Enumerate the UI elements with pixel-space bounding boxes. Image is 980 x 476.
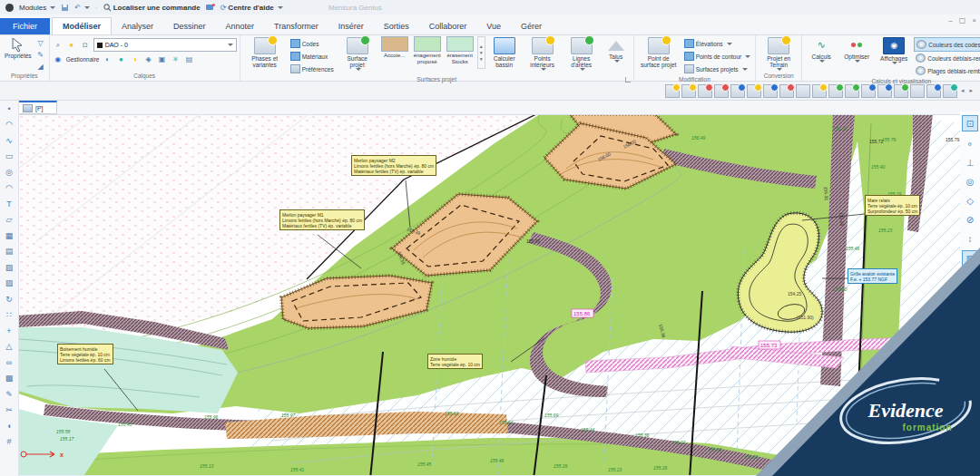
zoom-layer-icon[interactable]: ⌕ [53,40,64,51]
calculer-bassin-button[interactable]: Calculer bassin [487,36,522,69]
quick-surface-display[interactable] [665,84,680,98]
quick-compute[interactable] [828,84,843,98]
layer-match-icon[interactable]: ▣ [156,53,167,64]
fillet-tool-icon[interactable]: ◖ [2,418,16,434]
leader-tool-icon[interactable]: ▱ [2,212,16,228]
tab-fichier[interactable]: Fichier [0,18,50,34]
text-tool-icon[interactable]: T [2,196,16,212]
region-tool-icon[interactable]: ▧ [2,276,16,292]
quick-window-a[interactable] [910,84,925,98]
quick-link-points[interactable] [796,84,810,98]
move-tool-icon[interactable]: + [2,323,16,339]
snap-nearest-icon[interactable]: ⊘ [963,212,977,227]
undo-button[interactable]: ↶ [74,4,90,12]
gallery-more-icon[interactable]: ▼ [479,56,484,62]
lignes-aretes-button[interactable]: Lignes d'arêtes [564,36,600,72]
quick-next-icon[interactable]: ▸ [967,87,975,94]
quick-list[interactable] [894,84,908,98]
arc-tool-icon[interactable]: ◠ [2,117,16,133]
gallery-item-amenagement-propose[interactable]: énagement proposé [412,36,443,64]
close-button[interactable]: × [972,16,976,24]
elevations-button[interactable]: Élévations [682,37,753,50]
gallery-up-icon[interactable]: ▲ [479,44,484,49]
tab-transformer[interactable]: Transformer [264,18,328,34]
layers-tool-icon[interactable]: ▩ [2,371,16,387]
layer-on-icon[interactable]: ● [115,53,126,64]
notifications-icon[interactable] [206,4,215,12]
materiaux-button[interactable]: Matériaux [289,50,336,63]
snap-midpoint-icon[interactable]: ⊥ [963,155,977,170]
point-tool-icon[interactable]: • [2,101,16,117]
points-interieurs-button[interactable]: Points intérieurs [524,36,562,72]
quick-zoom-point[interactable] [861,84,876,98]
quick-search-point[interactable] [877,84,892,98]
tab-modeliser[interactable]: Modéliser [52,17,112,34]
rotate-tool-icon[interactable]: ↻ [2,291,16,307]
layer-freeze-icon[interactable]: ◐ [102,53,113,64]
quick-profile-view[interactable] [779,84,794,98]
quick-update[interactable] [845,84,859,98]
mirror-tool-icon[interactable]: △ [2,339,16,355]
tab-inserer[interactable]: Insérer [328,18,374,34]
gallery-item-accotement[interactable]: Accote... [379,36,410,59]
edit-tool-icon[interactable]: ✎ [2,386,16,403]
snap-perpendicular-icon[interactable]: ⊤ [963,271,977,286]
gallery-scroll[interactable]: ▲ ▼ ▼ [477,36,485,69]
affichages-button[interactable]: ◉ Affichages [876,36,912,65]
quick-window-b[interactable] [926,84,941,98]
snap-intersection-icon[interactable]: ⊠ [962,250,978,267]
snap-endpoint-icon[interactable]: ∘ [963,136,977,151]
cut-tool-icon[interactable]: ✂ [2,403,16,419]
tab-analyser[interactable]: Analyser [112,18,163,34]
talus-button[interactable]: Talus [602,36,631,63]
hatch-tool-icon[interactable]: ▦ [2,228,16,244]
bulb-icon[interactable]: ● [66,40,77,51]
couleurs-deblais-remblais-button[interactable]: Couleurs déblais-remblais [914,52,980,64]
quick-palette[interactable] [943,84,957,98]
quick-surface-3d[interactable] [747,84,761,98]
help-menu[interactable]: ⟳ Centre d'aide [220,4,283,12]
tab-vue[interactable]: Vue [476,18,511,34]
layer-isolate-icon[interactable]: ◈ [142,53,153,64]
snap-point-icon[interactable]: ⊡ [962,115,978,131]
tab-dessiner[interactable]: Dessiner [163,18,216,34]
couleurs-codes-button[interactable]: Couleurs des codes [914,37,980,52]
snap-center-icon[interactable]: ◎ [963,174,977,189]
circle-tool-icon[interactable]: ◎ [2,164,16,180]
manager-globe-icon[interactable]: ◉ [53,53,64,64]
quick-points-display[interactable] [714,84,729,98]
gestionnaire-button[interactable]: Gestionnaire [66,56,100,63]
layer-combobox[interactable]: DAO - 0 [93,38,237,52]
quick-mesh-display[interactable] [698,84,712,98]
layer-merge-icon[interactable]: ▤ [183,53,194,64]
tab-annoter[interactable]: Annoter [216,18,265,34]
filter-icon[interactable]: ▽ [35,37,46,48]
layer-prev-icon[interactable]: ✳ [170,53,181,64]
grid-tool-icon[interactable]: # [2,434,16,451]
drawing-tab[interactable]: [P] [18,101,57,114]
quick-convert[interactable] [812,84,827,98]
snap-tangent-icon[interactable]: ◑ [963,290,977,305]
quick-slopes-display[interactable] [763,84,778,98]
proprietes-button[interactable]: Propriétés [3,36,34,60]
modules-menu[interactable]: Modules [19,4,55,12]
save-button[interactable] [61,4,69,12]
drawing-canvas[interactable]: x 155.58155.17155.43155.96155.97155.9315… [18,114,962,476]
pattern-tool-icon[interactable]: ▨ [2,259,16,276]
quick-contours-display[interactable] [730,84,745,98]
quick-colors-codes[interactable] [681,84,696,98]
preferences-button[interactable]: Préférences [289,63,336,75]
array-tool-icon[interactable]: ∷ [2,307,16,324]
dialog-launcher-icon[interactable] [625,77,631,83]
gallery-down-icon[interactable]: ▼ [479,50,484,55]
command-search[interactable]: Localiser une commande [103,4,201,12]
tab-gerer[interactable]: Gérer [511,18,552,34]
phases-variantes-button[interactable]: Phases et variantes [243,36,287,69]
arc3p-tool-icon[interactable]: ◠ [2,180,16,197]
plages-deblais-remblais-button[interactable]: Plages déblais-remblais [914,64,980,77]
projet-en-terrain-button[interactable]: Projet en Terrain [759,36,799,72]
polyline-tool-icon[interactable]: ∿ [2,132,16,149]
maximize-button[interactable]: ▢ [959,16,966,24]
image-tool-icon[interactable]: ▤ [2,244,16,260]
tab-collaborer[interactable]: Collaborer [419,18,477,34]
